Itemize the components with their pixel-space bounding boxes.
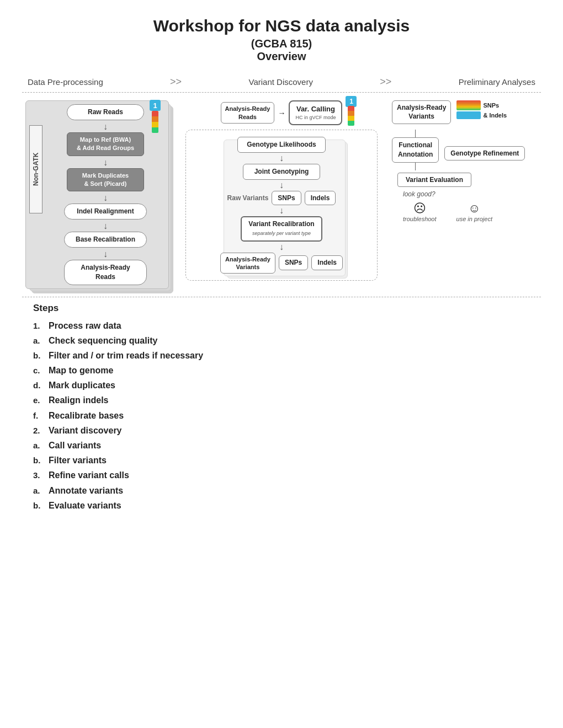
snps-box-1: SNPs	[272, 191, 301, 206]
step-text: Map to genome	[49, 363, 113, 378]
step-text: Call variants	[49, 438, 101, 453]
arrow-markdup-to-indel: ↓	[103, 194, 108, 202]
col-header-prelim: Preliminary Analyses	[459, 77, 535, 87]
arrow-base-to-ar: ↓	[103, 250, 108, 259]
look-good-label: look good?	[403, 190, 492, 198]
smile-icon: ☺	[468, 201, 480, 216]
steps-list-item: f.Recalibrate bases	[33, 408, 530, 423]
var-calling-box: Var. Calling HC in gVCF mode	[289, 100, 342, 125]
functional-annotation-box: FunctionalAnnotation	[392, 137, 439, 163]
step-text: Annotate variants	[49, 483, 123, 498]
snps-legend-label: SNPs	[483, 102, 499, 109]
step-marker: a.	[33, 484, 45, 498]
steps-section: Steps 1.Process raw dataa.Check sequenci…	[22, 297, 541, 518]
steps-list-item: 2.Variant discovery	[33, 423, 530, 438]
ar-variants-center: Analysis-ReadyVariants	[220, 253, 275, 274]
genotype-likelihoods-box: Genotype Likelihoods	[237, 137, 326, 153]
snps-color-bar	[456, 100, 481, 110]
variant-discovery-column: Analysis-ReadyReads → Var. Calling HC in…	[180, 100, 383, 281]
step-marker: d.	[33, 378, 45, 393]
arrow-vr-to-arv: ↓	[279, 243, 284, 251]
pipeline-diagram: Non-GATK Raw Reads 1	[22, 92, 541, 297]
page-subtitle: (GCBA 815)	[22, 38, 541, 50]
variant-flow-container: Genotype Likelihoods ↓ Joint Genotyping …	[185, 130, 378, 281]
steps-list-item: e.Realign indels	[33, 393, 530, 408]
steps-title: Steps	[33, 303, 530, 314]
step-marker: c.	[33, 363, 45, 378]
step-marker: a.	[33, 334, 45, 348]
arrow-raw-to-map: ↓	[103, 122, 108, 131]
raw-variants-label: Raw Variants	[227, 194, 269, 202]
step-marker: 2.	[33, 424, 45, 438]
var-calling-sub: HC in gVCF mode	[295, 115, 336, 120]
arrow-map-to-markdup: ↓	[103, 158, 108, 167]
page-title: Workshop for NGS data analysis	[22, 17, 541, 35]
snps-box-2: SNPs	[279, 255, 308, 270]
step-text: Recalibrate bases	[49, 408, 124, 423]
preprocess-flow: Raw Reads 1 ↓ Map to Ref (BWA)&	[46, 104, 165, 285]
variant-evaluation-box: Variant Evaluation	[397, 173, 471, 187]
indels-color-bar	[456, 111, 481, 119]
var-calling-label: Var. Calling	[296, 105, 335, 113]
steps-list-item: c.Map to genome	[33, 363, 530, 378]
page-header: Workshop for NGS data analysis (GCBA 815…	[22, 17, 541, 63]
base-recalib-box: Base Recalibration	[64, 232, 147, 248]
indels-box-1: Indels	[305, 191, 336, 206]
use-in-project-group: ☺ use in project	[456, 201, 492, 222]
var-recalib-sub: separately per variant type	[252, 231, 311, 236]
steps-list-item: 1.Process raw data	[33, 318, 530, 333]
vline-func-down	[415, 163, 416, 170]
preprocess-column: Non-GATK Raw Reads 1	[25, 100, 180, 289]
ar-reads-variant: Analysis-ReadyReads	[221, 102, 275, 124]
step-marker: 1.	[33, 319, 45, 333]
right-arrow-to-varcall: →	[278, 109, 285, 117]
genotype-refinement-box: Genotype Refinement	[444, 146, 525, 160]
arrow-gl-to-jg: ↓	[279, 154, 284, 163]
arrow-sep-1: >>	[170, 76, 182, 88]
steps-list-item: b.Filter and / or trim reads if necessar…	[33, 348, 530, 363]
step-text: Refine variant calls	[49, 468, 129, 483]
pipeline-column-headers: Data Pre-processing >> Variant Discovery…	[22, 76, 541, 88]
var-recalib-box: Variant Recalibration separately per var…	[241, 216, 322, 241]
step-text: Filter and / or trim reads if necessary	[49, 348, 203, 363]
step-text: Check sequencing quality	[49, 333, 157, 348]
map-ref-box: Map to Ref (BWA)& Add Read Groups	[67, 132, 144, 156]
page-subtitle2: Overview	[22, 50, 541, 63]
troubleshoot-group: ☹ troubleshoot	[403, 201, 437, 222]
steps-list-item: a.Call variants	[33, 438, 530, 453]
col-header-preprocess: Data Pre-processing	[28, 77, 103, 87]
indels-box-2: Indels	[311, 255, 343, 270]
badge-1-variant: 1	[346, 96, 357, 107]
step-marker: b.	[33, 499, 45, 513]
arrow-sep-2: >>	[380, 76, 391, 88]
color-stack-preprocess	[152, 111, 158, 133]
var-recalib-label: Variant Recalibration	[248, 220, 314, 228]
step-marker: e.	[33, 393, 45, 408]
joint-genotyping-box: Joint Genotyping	[243, 164, 320, 180]
ar-variants-prelim: Analysis-ReadyVariants	[392, 100, 451, 124]
step-text: Evaluate variants	[49, 498, 121, 513]
step-marker: b.	[33, 453, 45, 468]
steps-list-item: 3.Refine variant calls	[33, 468, 530, 483]
non-gatk-label: Non-GATK	[29, 125, 43, 213]
steps-list-item: a.Check sequencing quality	[33, 333, 530, 348]
step-marker: b.	[33, 349, 45, 363]
indel-realign-box: Indel Realignment	[64, 204, 147, 220]
raw-reads-box: Raw Reads	[67, 104, 144, 120]
step-text: Realign indels	[49, 393, 108, 408]
steps-list-item: b.Filter variants	[33, 453, 530, 468]
vline-to-func	[415, 130, 416, 137]
prelim-column: Analysis-ReadyVariants SNPs & Indels Fun…	[383, 100, 538, 222]
steps-list: 1.Process raw dataa.Check sequencing qua…	[33, 318, 530, 513]
snps-indels-legend: SNPs & Indels	[456, 100, 507, 119]
frown-icon: ☹	[413, 201, 426, 216]
arrow-indel-to-base: ↓	[103, 222, 108, 231]
step-text: Mark duplicates	[49, 378, 115, 393]
color-stack-variant	[348, 106, 354, 126]
col-header-variant: Variant Discovery	[249, 77, 313, 87]
mark-dup-box: Mark Duplicates& Sort (Picard)	[67, 168, 144, 192]
arrow-jg-to-rv: ↓	[279, 181, 284, 190]
analysis-ready-reads-box: Analysis-ReadyReads	[64, 260, 147, 285]
step-marker: 3.	[33, 468, 45, 483]
troubleshoot-label: troubleshoot	[403, 216, 437, 222]
